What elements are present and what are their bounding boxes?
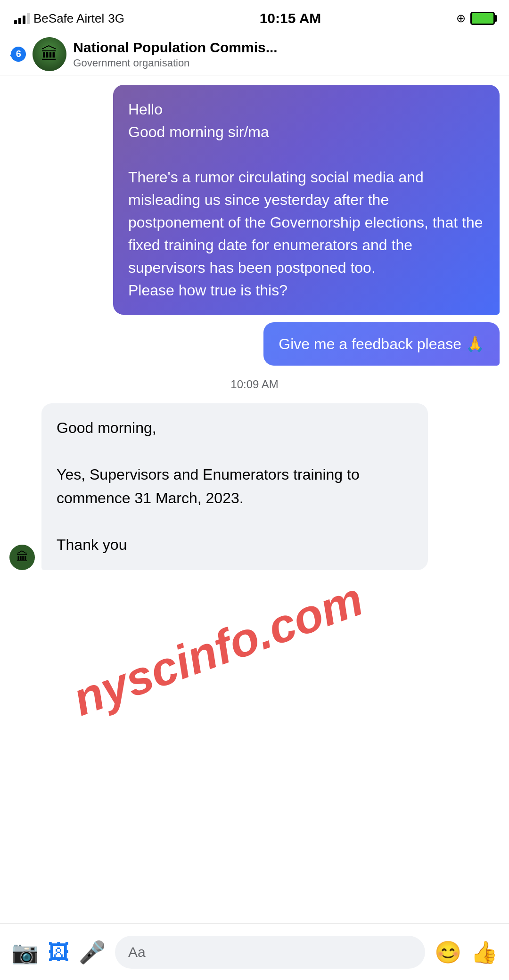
chat-area: HelloGood morning sir/maThere's a rumor … <box>0 75 509 570</box>
sent-message-2-text: Give me a feedback please 🙏 <box>279 335 484 352</box>
network-label: 3G <box>108 11 124 26</box>
status-left: BeSafe Airtel 3G <box>14 11 124 26</box>
sent-message-1-text: HelloGood morning sir/maThere's a rumor … <box>128 101 483 299</box>
received-message-1: Good morning,Yes, Supervisors and Enumer… <box>41 403 428 570</box>
message-input[interactable]: Aa <box>115 936 425 969</box>
mic-button[interactable]: 🎤 <box>79 939 106 965</box>
status-right: ⊕ <box>456 12 495 25</box>
carrier-label: BeSafe Airtel <box>33 11 104 26</box>
signal-bars <box>14 13 30 24</box>
emoji-button[interactable]: 😊 <box>435 939 461 965</box>
contact-avatar[interactable]: 🏛 <box>33 37 66 71</box>
avatar-image: 🏛 <box>33 37 66 71</box>
notification-badge: 6 <box>11 47 26 62</box>
battery-indicator <box>470 12 495 25</box>
battery-fill <box>474 15 492 22</box>
contact-subtitle: Government organisation <box>73 57 500 69</box>
signal-bar-2 <box>18 18 21 24</box>
back-button[interactable]: ‹ 6 <box>9 45 26 63</box>
sender-avatar: 🏛 <box>9 545 35 570</box>
contact-info: National Population Commis... Government… <box>73 39 500 69</box>
watermark: nyscinfo.com <box>66 572 370 727</box>
camera-button[interactable]: 📷 <box>11 939 38 965</box>
signal-bar-4 <box>27 13 30 24</box>
contact-name: National Population Commis... <box>73 39 500 56</box>
chat-header: ‹ 6 🏛 National Population Commis... Gove… <box>0 33 509 75</box>
sent-message-2: Give me a feedback please 🙏 <box>263 322 500 366</box>
signal-bar-3 <box>23 16 25 24</box>
image-button[interactable]: 🖼 <box>48 939 69 965</box>
time-display: 10:15 AM <box>260 10 321 26</box>
watermark-text: nyscinfo.com <box>66 572 369 726</box>
message-toolbar: 📷 🖼 🎤 Aa 😊 👍 <box>0 923 509 980</box>
status-bar: BeSafe Airtel 3G 10:15 AM ⊕ <box>0 0 509 33</box>
received-message-1-text: Good morning,Yes, Supervisors and Enumer… <box>57 419 360 553</box>
timestamp-text: 10:09 AM <box>230 378 278 391</box>
received-message-wrapper: 🏛 Good morning,Yes, Supervisors and Enum… <box>9 403 500 570</box>
signal-bar-1 <box>14 20 17 24</box>
message-timestamp: 10:09 AM <box>9 373 500 396</box>
location-icon: ⊕ <box>456 12 466 25</box>
input-placeholder: Aa <box>128 944 146 960</box>
like-button[interactable]: 👍 <box>471 939 498 965</box>
sent-message-1: HelloGood morning sir/maThere's a rumor … <box>113 85 500 315</box>
